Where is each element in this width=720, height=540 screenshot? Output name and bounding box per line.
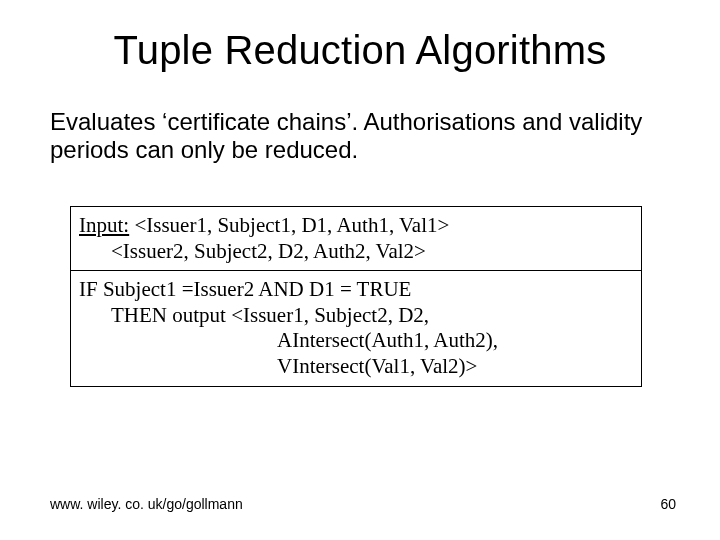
- rule-line4: VIntersect(Val1, Val2)>: [79, 354, 633, 380]
- intro-text: Evaluates ‘certificate chains’. Authoris…: [50, 108, 660, 165]
- input-label: Input:: [79, 213, 129, 237]
- input-tuple1: <Issuer1, Subject1, D1, Auth1, Val1>: [129, 213, 449, 237]
- input-tuple2: <Issuer2, Subject2, D2, Auth2, Val2>: [79, 239, 633, 265]
- footer-url: www. wiley. co. uk/go/gollmann: [50, 496, 243, 512]
- rule-line2: THEN output <Issuer1, Subject2, D2,: [79, 303, 633, 329]
- rule-row: IF Subject1 =Issuer2 AND D1 = TRUE THEN …: [71, 271, 641, 385]
- page-number: 60: [660, 496, 676, 512]
- rule-line1: IF Subject1 =Issuer2 AND D1 = TRUE: [79, 277, 411, 301]
- algorithm-box: Input: <Issuer1, Subject1, D1, Auth1, Va…: [70, 206, 642, 387]
- slide: Tuple Reduction Algorithms Evaluates ‘ce…: [0, 0, 720, 540]
- input-row: Input: <Issuer1, Subject1, D1, Auth1, Va…: [71, 207, 641, 271]
- slide-title: Tuple Reduction Algorithms: [0, 28, 720, 73]
- rule-line3: AIntersect(Auth1, Auth2),: [79, 328, 633, 354]
